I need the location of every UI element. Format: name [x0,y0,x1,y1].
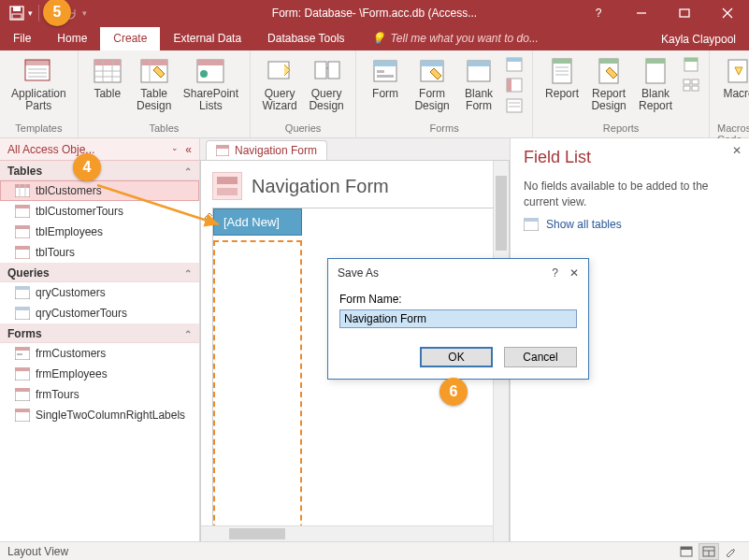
horizontal-scrollbar[interactable] [201,525,493,541]
tell-me-search[interactable]: 💡 Tell me what you want to do... [358,27,552,50]
nav-dropdown-icon[interactable]: ⌄ [171,143,179,156]
macro-button[interactable]: Macro [717,54,749,102]
nav-item-tblcustomers[interactable]: tblCustomers [0,180,199,201]
ok-button[interactable]: OK [420,347,493,367]
svg-rect-90 [524,218,539,222]
nav-item[interactable]: frmTours [0,384,199,405]
file-menu[interactable]: File [0,27,44,50]
form-name-label: Form Name: [339,293,577,306]
add-new-tab[interactable]: [Add New] [213,208,302,236]
nav-item[interactable]: qryCustomers [0,282,199,303]
help-icon[interactable]: ? [577,0,620,26]
sharepoint-lists-button[interactable]: SharePoint Lists [180,54,242,114]
svg-rect-39 [507,79,511,92]
ribbon-group-label: Forms [430,121,459,136]
svg-rect-71 [15,225,30,229]
collapse-icon: ⌃ [184,268,192,279]
svg-rect-54 [684,79,690,84]
ribbon-group-label: Macros & Code [717,121,749,136]
close-pane-icon[interactable]: ✕ [732,144,742,157]
report-design-button[interactable]: Report Design [587,54,630,114]
nav-header[interactable]: All Access Obje... ⌄ « [0,138,199,161]
query-design-button[interactable]: Query Design [305,54,348,114]
ribbon: Application Parts Templates Table Table … [0,50,749,138]
svg-rect-92 [681,547,692,550]
nav-item[interactable]: tblEmployees [0,222,199,242]
svg-rect-49 [599,59,618,64]
section-forms[interactable]: Forms⌃ [0,323,199,343]
field-list-message: No fields available to be added to the c… [524,179,736,210]
ribbon-group-queries: Query Wizard Query Design Queries [251,50,356,137]
user-name[interactable]: Kayla Claypool [648,28,749,50]
field-list-title: Field List [524,148,736,167]
nav-item[interactable]: frmCustomers [0,343,199,364]
status-label: Layout View [7,545,68,558]
svg-rect-2 [12,14,22,19]
blank-form-button[interactable]: Blank Form [457,54,500,114]
svg-rect-77 [15,307,30,310]
layout-view-icon[interactable] [699,543,719,560]
show-all-tables-link[interactable]: Show all tables [524,218,736,231]
svg-rect-1 [13,7,21,11]
document-tab[interactable]: Navigation Form [206,140,327,160]
cancel-button[interactable]: Cancel [504,347,577,367]
save-icon[interactable] [9,6,24,21]
svg-rect-65 [15,184,30,188]
table-button[interactable]: Table [86,54,129,102]
svg-rect-37 [507,58,522,62]
svg-rect-35 [468,61,490,66]
svg-rect-19 [141,60,167,65]
create-menu[interactable]: Create [100,27,160,50]
nav-item[interactable]: tblCustomerTours [0,201,199,222]
collapse-icon: ⌃ [184,166,192,177]
svg-rect-30 [377,70,384,73]
form-name-input[interactable] [339,309,577,328]
report-wizard-button[interactable] [681,54,701,75]
form-design-button[interactable]: Form Design [411,54,454,114]
nav-item[interactable]: tblTours [0,242,199,263]
nav-collapse-icon[interactable]: « [185,143,192,156]
nav-item[interactable]: SingleTwoColumnRightLabels [0,405,199,425]
dialog-help-icon[interactable]: ? [552,266,558,280]
labels-button[interactable] [681,75,701,95]
table-design-button[interactable]: Table Design [133,54,176,114]
ribbon-group-forms: Form Form Design Blank Form Forms [356,50,533,137]
ribbon-group-templates: Application Parts Templates [0,50,79,137]
ribbon-group-macros: Macro vb Macros & Code [710,50,749,137]
blank-report-button[interactable]: Blank Report [634,54,677,114]
nav-item[interactable]: qryCustomerTours [0,303,199,323]
form-view-icon[interactable] [676,543,697,560]
svg-point-23 [200,70,208,78]
section-queries[interactable]: Queries⌃ [0,263,199,282]
maximize-icon[interactable] [663,0,706,26]
home-menu[interactable]: Home [44,27,100,50]
dialog-title: Save As [338,266,379,280]
external-data-menu[interactable]: External Data [160,27,254,50]
form-wizard-button[interactable] [504,54,525,75]
query-wizard-button[interactable]: Query Wizard [258,54,301,114]
qat-dropdown-icon[interactable]: ▾ [28,8,33,18]
svg-rect-44 [553,59,571,64]
report-button[interactable]: Report [540,54,583,102]
drop-target[interactable] [213,240,302,539]
close-icon[interactable] [706,0,749,26]
application-parts-button[interactable]: Application Parts [7,54,70,114]
svg-rect-55 [692,79,699,84]
nav-item[interactable]: frmEmployees [0,364,199,384]
document-tabs: Navigation Form [200,138,510,161]
form-button[interactable]: Form [364,54,407,102]
svg-rect-75 [15,286,30,290]
form-title: Navigation Form [252,176,389,197]
minimize-icon[interactable] [620,0,663,26]
tab-label: Navigation Form [235,144,317,157]
svg-rect-57 [692,86,699,91]
design-view-icon[interactable] [721,543,742,560]
svg-rect-86 [15,409,30,412]
save-as-dialog: Save As ? ✕ Form Name: OK Cancel [327,258,589,380]
ribbon-group-label: Tables [150,121,180,136]
more-forms-button[interactable] [504,95,525,116]
svg-rect-29 [374,61,396,66]
database-tools-menu[interactable]: Database Tools [254,27,358,50]
navigation-button[interactable] [504,75,525,95]
dialog-close-icon[interactable]: ✕ [569,266,579,280]
